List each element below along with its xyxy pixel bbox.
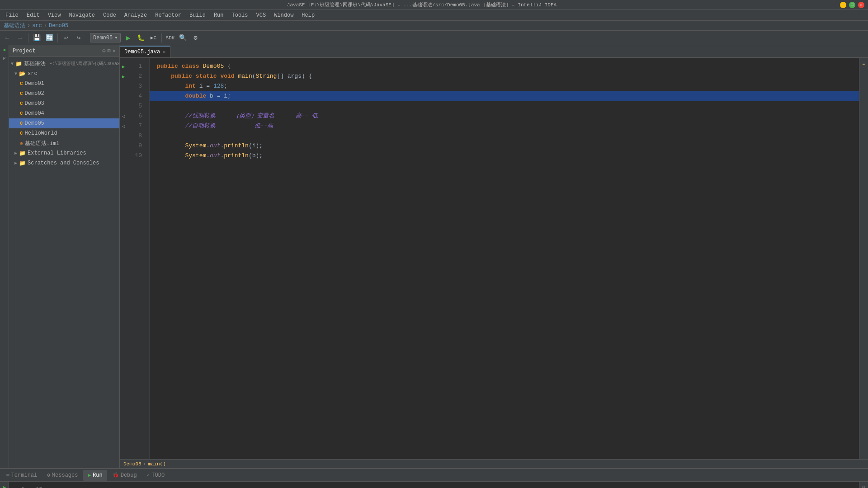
run-tab-close[interactable]: ✕ (46, 485, 49, 488)
breadcrumb-bar: 基础语法 › src › Demo05 (0, 21, 868, 31)
toolbar-sync-btn[interactable]: 🔄 (44, 33, 55, 43)
breadcrumb-item-2[interactable]: Demo05 (49, 23, 68, 29)
code-editor[interactable]: ▶ ▶ ◁ ◁ 1 2 3 4 5 6 7 8 9 (120, 58, 868, 459)
tree-item-root[interactable]: ▼ 📁 基础语法 F:\班级管理\网课班\代码\JavaSE\基础语法 (9, 59, 119, 69)
tree-label-demo03: Demo03 (25, 100, 44, 107)
breadcrumb-item-0[interactable]: 基础语法 (4, 22, 25, 29)
menu-refactor[interactable]: Refactor (151, 11, 185, 19)
toolbar-forward-btn[interactable]: → (14, 33, 25, 43)
right-scroll-hint: ▬ (860, 60, 868, 67)
toolbar-config-label: Demo05 (93, 35, 113, 41)
menu-help[interactable]: Help (298, 11, 318, 19)
tree-item-demo01[interactable]: C Demo01 (9, 79, 119, 89)
run-output: ▶ Demo05 ✕ D:\Environment\jdk8\jdk\bin\j… (9, 482, 859, 488)
tree-item-src[interactable]: ▼ 📂 src (9, 69, 119, 79)
bottom-tab-debug[interactable]: 🐞 Debug (108, 470, 142, 481)
toolbar-sep-2 (87, 33, 87, 42)
tree-path-root: F:\班级管理\网课班\代码\JavaSE\基础语法 (49, 61, 119, 67)
panel-gear-icon[interactable]: ⚙ (102, 47, 105, 54)
run-active-icon: ▶ (14, 485, 18, 488)
tree-item-helloworld[interactable]: C HelloWorld (9, 128, 119, 138)
breadcrumb-item-1[interactable]: src (32, 23, 42, 29)
line-num-3: 3 (127, 81, 146, 91)
todo-icon: ✓ (147, 472, 150, 478)
menu-code[interactable]: Code (99, 11, 120, 19)
toolbar-config-dropdown[interactable]: Demo05 ▾ (90, 33, 121, 42)
tree-item-external-libs[interactable]: ▶ 📁 External Libraries (9, 148, 119, 158)
bottom-tab-run[interactable]: ▶ Run (83, 470, 107, 481)
project-panel-header: Project ⚙ ⊞ ✕ (9, 45, 119, 57)
editor-tab-demo05[interactable]: Demo05.java ✕ (120, 46, 170, 57)
menu-run[interactable]: Run (210, 11, 227, 19)
menu-navigate[interactable]: Navigate (65, 11, 99, 19)
run-icon: ▶ (88, 472, 91, 478)
toolbar-settings-btn[interactable]: ⚙ (190, 33, 201, 43)
gutter-run-line1[interactable]: ▶ (120, 61, 127, 71)
code-breadcrumb-method[interactable]: main() (148, 461, 166, 467)
toolbar-search-btn[interactable]: 🔍 (177, 33, 188, 43)
run-tab-label[interactable]: Demo05 (21, 485, 42, 488)
editor-tabs: Demo05.java ✕ (120, 45, 868, 58)
menu-view[interactable]: View (44, 11, 65, 19)
menu-tools[interactable]: Tools (228, 11, 252, 19)
tree-label-root: 基础语法 (24, 60, 46, 68)
tree-item-demo02[interactable]: C Demo02 (9, 89, 119, 99)
menu-window[interactable]: Window (270, 11, 297, 19)
code-line-2: public static void main(String[] args) { (150, 71, 859, 81)
gutter-empty-5 (120, 101, 127, 111)
toolbar-run-btn[interactable]: ▶ (123, 33, 133, 43)
tab-close-icon[interactable]: ✕ (163, 49, 165, 55)
line-num-1: 1 (127, 61, 146, 71)
toolbar-back-btn[interactable]: ← (2, 33, 13, 43)
menu-analyze[interactable]: Analyze (121, 11, 151, 19)
toolbar-sdk-btn[interactable]: SDK (165, 33, 175, 43)
code-content[interactable]: public class Demo05 { public static void… (150, 58, 859, 459)
gutter-arrow-7: ◁ (120, 121, 127, 131)
gutter-run-line2[interactable]: ▶ (120, 71, 127, 81)
messages-count-icon: 0 (47, 473, 50, 478)
toolbar-debug-btn[interactable]: 🐛 (135, 33, 146, 43)
maximize-button[interactable]: □ (849, 2, 855, 8)
bottom-tab-terminal[interactable]: ⌨ Terminal (2, 470, 42, 481)
bottom-tab-todo[interactable]: ✓ TODO (142, 470, 169, 481)
tree-item-scratches[interactable]: ▶ 📁 Scratches and Consoles (9, 158, 119, 168)
code-breadcrumb-class[interactable]: Demo05 (123, 461, 142, 467)
line-num-7: 7 (127, 121, 146, 131)
run-play-icon[interactable]: ▶ (1, 483, 8, 488)
folder-icon-ext: 📁 (19, 150, 26, 157)
toolbar-redo-btn[interactable]: ↪ (73, 33, 84, 43)
bottom-tab-terminal-label: Terminal (11, 472, 38, 479)
tree-item-iml[interactable]: ⚙ 基础语法.iml (9, 138, 119, 148)
toolbar: ← → 💾 🔄 ↩ ↪ Demo05 ▾ ▶ 🐛 ▶C SDK 🔍 ⚙ (0, 31, 868, 45)
panel-layout-icon[interactable]: ⊞ (108, 47, 111, 54)
bottom-tab-messages[interactable]: 0 Messages (42, 470, 82, 481)
line-num-10: 10 (127, 151, 146, 161)
tree-label-demo05: Demo05 (25, 120, 44, 127)
bottom-tab-todo-label: TODO (151, 472, 165, 479)
close-button[interactable]: ✕ (858, 2, 864, 8)
tree-item-demo03[interactable]: C Demo03 (9, 99, 119, 108)
tree-item-demo04[interactable]: C Demo04 (9, 108, 119, 118)
menu-vcs[interactable]: VCS (253, 11, 270, 19)
code-line-1: public class Demo05 { (150, 61, 859, 71)
toolbar-save-btn[interactable]: 💾 (31, 33, 42, 43)
bottom-content: ▶ ↺ ■ ⚙ ≡ ↓ ↩ 🗑 ✕ ▶ Demo05 ✕ D:\Environm… (0, 482, 868, 488)
bottom-right-icon[interactable]: ⚙ (860, 483, 868, 488)
line-num-4: 4 (127, 91, 146, 101)
tree-item-demo05[interactable]: C Demo05 (9, 118, 119, 128)
menu-file[interactable]: File (2, 11, 22, 19)
structure-tool-icon[interactable]: P (1, 55, 8, 62)
tree-label-iml: 基础语法.iml (25, 140, 60, 147)
minimize-button[interactable]: ─ (840, 2, 846, 8)
toolbar-undo-btn[interactable]: ↩ (61, 33, 71, 43)
menu-build[interactable]: Build (186, 11, 209, 19)
menu-edit[interactable]: Edit (23, 11, 43, 19)
panel-close-icon[interactable]: ✕ (113, 47, 116, 54)
line-numbers: 1 2 3 4 5 6 7 8 9 10 (127, 58, 150, 459)
gutter-arrow-6: ◁ (120, 111, 127, 121)
tree-label-demo02: Demo02 (25, 90, 44, 97)
code-line-8 (150, 131, 859, 141)
toolbar-run-coverage-btn[interactable]: ▶C (148, 33, 159, 43)
project-tool-icon[interactable]: ▶ (1, 47, 8, 54)
java-icon-demo05: C (20, 121, 23, 126)
